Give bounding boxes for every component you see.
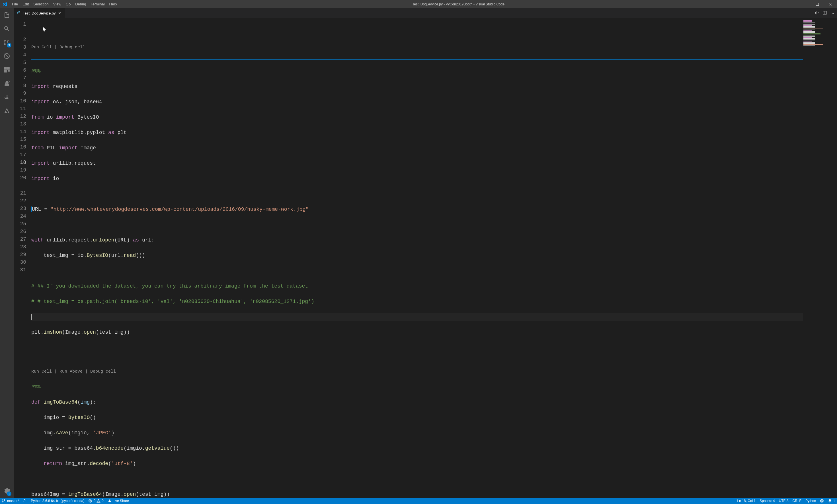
more-actions-icon[interactable]: ⋯	[831, 11, 834, 15]
status-language[interactable]: Python	[803, 498, 818, 504]
menu-file[interactable]: File	[10, 0, 20, 8]
status-notifications[interactable]: 1	[826, 498, 837, 504]
status-eol[interactable]: CRLF	[790, 498, 803, 504]
scm-badge: 3	[7, 43, 12, 48]
line-gutter: 1 2 3 4 5 6 7 8 9 10 11 12 13 14 15 16 1…	[14, 18, 31, 498]
minimize-button[interactable]	[798, 0, 811, 8]
menu-go[interactable]: Go	[64, 0, 73, 8]
python-file-icon	[17, 11, 21, 16]
status-bar: master* Python 3.6.8 64-bit ('pycon': co…	[0, 498, 837, 504]
close-button[interactable]	[824, 0, 837, 8]
status-encoding[interactable]: UTF-8	[777, 498, 790, 504]
editor-area: Test_DogService.py ✕ ⋯ 1 2 3 4 5 6 7 8 9	[14, 8, 837, 498]
azure-icon[interactable]	[0, 104, 14, 117]
split-editor-icon[interactable]	[822, 11, 827, 16]
settings-badge: 1	[7, 491, 12, 496]
maximize-button[interactable]	[811, 0, 824, 8]
title-bar: File Edit Selection View Go Debug Termin…	[0, 0, 837, 8]
menu-edit[interactable]: Edit	[20, 0, 31, 8]
menu-terminal[interactable]: Terminal	[88, 0, 107, 8]
tab-bar: Test_DogService.py ✕ ⋯	[14, 8, 837, 18]
cell-divider	[31, 360, 825, 360]
status-branch[interactable]: master*	[0, 498, 21, 504]
svg-point-8	[821, 500, 822, 501]
status-sync-icon[interactable]	[21, 498, 29, 504]
liveshare-icon[interactable]	[0, 76, 14, 90]
status-liveshare[interactable]: Live Share	[106, 498, 131, 504]
menu-selection[interactable]: Selection	[31, 0, 51, 8]
window-title: Test_DogService.py - PyCon2019Booth - Vi…	[119, 2, 798, 6]
tab-label: Test_DogService.py	[23, 11, 56, 15]
menu-help[interactable]: Help	[107, 0, 119, 8]
svg-rect-0	[803, 4, 806, 4]
editor-pane[interactable]: 1 2 3 4 5 6 7 8 9 10 11 12 13 14 15 16 1…	[14, 18, 837, 498]
tab-close-icon[interactable]: ✕	[57, 11, 62, 16]
status-cursor[interactable]: Ln 18, Col 1	[735, 498, 758, 504]
menu-view[interactable]: View	[51, 0, 64, 8]
svg-point-9	[822, 500, 823, 501]
search-icon[interactable]	[0, 22, 14, 36]
cell-divider	[31, 59, 825, 60]
menu-debug[interactable]: Debug	[73, 0, 88, 8]
codelens-cell2[interactable]: Run Cell | Run Above | Debug cell	[31, 368, 837, 375]
settings-icon[interactable]: 1	[0, 484, 14, 498]
code-content[interactable]: Run Cell | Debug cell #%% import request…	[31, 18, 837, 498]
status-python[interactable]: Python 3.6.8 64-bit ('pycon': conda)	[29, 498, 86, 504]
text-cursor	[31, 314, 32, 320]
explorer-icon[interactable]	[0, 8, 14, 22]
menu-bar: File Edit Selection View Go Debug Termin…	[10, 0, 119, 8]
window-controls	[798, 0, 837, 8]
docker-icon[interactable]	[0, 90, 14, 104]
activity-bar: 3 1	[0, 8, 14, 498]
vscode-icon	[0, 2, 10, 6]
status-spaces[interactable]: Spaces: 4	[758, 498, 777, 504]
minimap[interactable]	[803, 18, 837, 498]
svg-point-7	[820, 499, 824, 503]
svg-rect-1	[816, 3, 819, 5]
status-feedback-icon[interactable]	[818, 498, 826, 504]
tab-test-dogservice[interactable]: Test_DogService.py ✕	[14, 8, 65, 18]
source-control-icon[interactable]: 3	[0, 36, 14, 49]
debug-icon[interactable]	[0, 49, 14, 63]
compare-changes-icon[interactable]	[815, 11, 819, 16]
status-problems[interactable]: 0 0	[86, 498, 105, 504]
codelens-cell1[interactable]: Run Cell | Debug cell	[31, 43, 837, 51]
extensions-icon[interactable]	[0, 63, 14, 76]
